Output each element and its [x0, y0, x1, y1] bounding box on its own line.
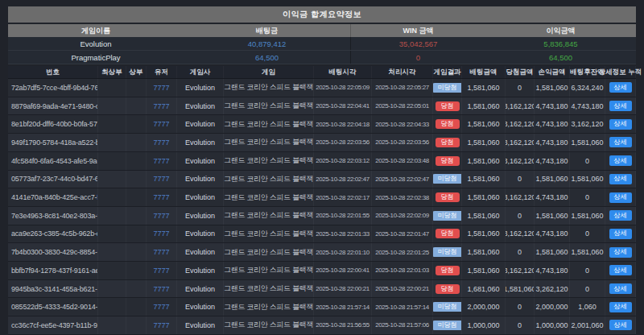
win-amount-cell: 3,162,120: [506, 97, 535, 115]
provider-cell: Evolution: [177, 280, 224, 298]
user-id-link[interactable]: 7777: [147, 188, 177, 206]
bet-id-cell: 085522d5-4333-45d2-9014-122…: [8, 298, 98, 316]
result-badge: 미당첨: [433, 211, 462, 221]
detail-button[interactable]: 상세: [609, 283, 632, 294]
user-id-link[interactable]: 7777: [147, 115, 177, 133]
profit-amount-cell: 2,000,000: [535, 298, 570, 316]
provider-cell: Evolution: [177, 188, 224, 206]
provider-cell: Evolution: [177, 97, 224, 115]
process-time-cell: 2025-10-28 22:01:25: [372, 243, 433, 261]
detail-button[interactable]: 상세: [609, 192, 632, 203]
result-badge: 당첨: [436, 266, 460, 275]
profit-summary-page: 이익금 합계요약정보 게임이름배팅금WIN 금액이익금액 Evolution 4…: [8, 6, 636, 335]
top-agent-cell: [98, 207, 126, 225]
result-cell: 당첨: [433, 152, 462, 170]
detail-button[interactable]: 상세: [609, 302, 632, 312]
user-id-link[interactable]: 7777: [147, 225, 177, 243]
user-id-link[interactable]: 7777: [147, 79, 177, 97]
agent-cell: [126, 262, 147, 279]
detail-cell: 상세: [605, 134, 636, 151]
detail-button[interactable]: 상세: [609, 155, 632, 166]
detail-button[interactable]: 상세: [609, 320, 632, 330]
agent-cell: [126, 188, 147, 206]
profit-amount-cell: 4,743,180: [535, 262, 570, 279]
table-column-header: 게임결과: [433, 66, 462, 78]
balance-after-cell: 1,581,060: [570, 134, 605, 151]
user-id-link[interactable]: 7777: [147, 243, 177, 261]
result-badge: 당첨: [436, 119, 460, 129]
balance-after-cell: 6,324,240: [570, 79, 605, 97]
bet-time-cell: 2025-10-28 22:00:21: [314, 280, 372, 298]
detail-button[interactable]: 상세: [609, 265, 632, 275]
result-badge: 미당첨: [433, 247, 462, 257]
detail-button[interactable]: 상세: [609, 101, 632, 111]
profit-amount-cell: 4,743,180: [535, 115, 570, 133]
game-name-cell: 그랜드 코리안 스피드 블랙잭: [224, 207, 314, 225]
bet-time-cell: 2025-10-28 22:01:33: [314, 225, 372, 243]
table-column-header: 처리시각: [372, 66, 433, 78]
detail-cell: 상세: [605, 152, 636, 170]
detail-button[interactable]: 상세: [609, 82, 632, 93]
summary-game-name: PragmaticPlay: [8, 51, 184, 64]
user-id-link[interactable]: 7777: [147, 280, 177, 298]
bet-amount-cell: 1,581,060: [462, 152, 506, 170]
user-id-link[interactable]: 7777: [147, 298, 177, 316]
detail-cell: 상세: [605, 243, 636, 261]
result-cell: 미당첨: [433, 79, 462, 97]
bet-id-cell: 05773af7-23c7-44c0-bd47-6ea4…: [8, 171, 98, 188]
user-id-link[interactable]: 7777: [147, 97, 177, 115]
detail-button[interactable]: 상세: [609, 137, 632, 147]
user-id-link[interactable]: 7777: [147, 316, 177, 334]
user-id-link[interactable]: 7777: [147, 262, 177, 279]
bet-id-cell: bbfb7f94-1278-437f-9161-ae151…: [8, 262, 98, 279]
game-name-cell: 그랜드 코리안 스피드 블랙잭: [224, 262, 314, 279]
profit-amount-cell: 4,743,180: [535, 134, 570, 151]
provider-cell: Evolution: [177, 171, 224, 188]
bet-id-cell: cc36c7cf-ee5e-4397-b11b-93b4…: [8, 316, 98, 334]
agent-cell: [126, 316, 147, 334]
process-time-cell: 2025-10-28 22:03:56: [372, 134, 433, 151]
bet-amount-cell: 1,581,060: [462, 115, 506, 133]
process-time-cell: 2025-10-28 21:57:14: [372, 298, 433, 316]
bet-amount-cell: 1,581,060: [462, 207, 506, 225]
table-column-header: 상부: [126, 66, 147, 78]
agent-cell: [126, 225, 147, 243]
user-id-link[interactable]: 7777: [147, 171, 177, 188]
top-agent-cell: [98, 262, 126, 279]
detail-cell: 상세: [605, 262, 636, 279]
bet-time-cell: 2025-10-28 22:01:10: [314, 243, 372, 261]
table-column-header: 최상부: [98, 66, 126, 78]
bet-id-cell: 4141e70a-840b-425e-acc7-f6b2…: [8, 188, 98, 206]
bet-time-cell: 2025-10-28 21:57:14: [314, 298, 372, 316]
detail-button[interactable]: 상세: [609, 174, 632, 184]
result-badge: 미당첨: [433, 302, 462, 312]
game-name-cell: 그랜드 코리안 스피드 블랙잭: [224, 152, 314, 170]
bet-table-row: 4141e70a-840b-425e-acc7-f6b2… 7777 Evolu…: [8, 188, 636, 207]
user-id-link[interactable]: 7777: [147, 152, 177, 170]
bet-id-cell: 8e1bf20d-dff6-40b0-b0fa-572e9…: [8, 115, 98, 133]
profit-amount-cell: 1,581,060: [535, 207, 570, 225]
agent-cell: [126, 298, 147, 316]
result-cell: 당첨: [433, 188, 462, 206]
detail-button[interactable]: 상세: [609, 119, 632, 130]
detail-cell: 상세: [605, 280, 636, 298]
bet-table-row: 949f1790-5784-418a-a522-bbba… 7777 Evolu…: [8, 134, 636, 152]
game-name-cell: 그랜드 코리안 스피드 블랙잭: [224, 134, 314, 151]
user-id-link[interactable]: 7777: [147, 207, 177, 225]
bet-time-cell: 2025-10-28 22:02:17: [314, 188, 372, 206]
agent-cell: [126, 134, 147, 151]
table-column-header: 상세정보 누적: [605, 66, 636, 78]
agent-cell: [126, 115, 147, 133]
detail-button[interactable]: 상세: [609, 210, 632, 221]
bet-amount-cell: 1,681,060: [462, 280, 506, 298]
provider-cell: Evolution: [177, 79, 224, 97]
user-id-link[interactable]: 7777: [147, 134, 177, 151]
balance-after-cell: 0: [570, 262, 605, 279]
provider-cell: Evolution: [177, 115, 224, 133]
bet-time-cell: 2025-10-28 22:04:18: [314, 115, 372, 133]
summary-profit-total: 64,500: [485, 51, 636, 64]
detail-button[interactable]: 상세: [609, 247, 632, 258]
bet-table-row: aca9e263-c385-4c5b-962b-d533… 7777 Evolu…: [8, 225, 636, 244]
process-time-cell: 2025-10-28 22:02:09: [372, 207, 433, 225]
detail-button[interactable]: 상세: [609, 229, 632, 239]
